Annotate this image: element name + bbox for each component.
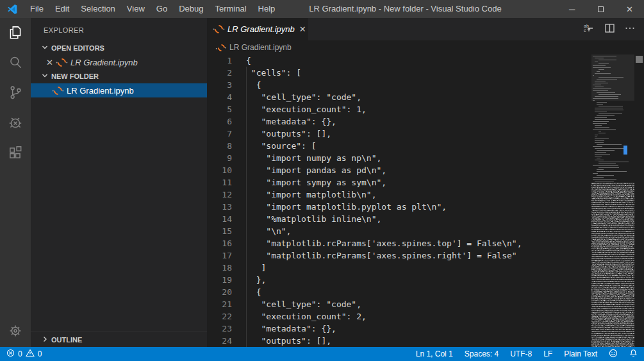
code-line[interactable]: 11 "import sympy as sym\n", [207,176,591,189]
code-line-text[interactable]: "metadata": {}, [241,115,591,128]
cursor-position[interactable]: Ln 1, Col 1 [416,349,453,358]
code-line[interactable]: 17 "matplotlib.rcParams['axes.spines.rig… [207,249,591,262]
code-line[interactable]: 18 ] [207,262,591,274]
tab-close-icon[interactable]: ✕ [299,25,306,33]
code-line-text[interactable]: "matplotlib.rcParams['axes.spines.top'] … [241,237,591,249]
code-line-text[interactable]: { [241,55,591,67]
code-line-text[interactable]: "%matplotlib inline\n", [241,213,591,225]
code-line-text[interactable]: "outputs": [], [241,128,591,140]
sidebar-item-extensions[interactable] [0,139,31,169]
code-line-text[interactable]: "import numpy as np\n", [241,152,591,164]
code-line[interactable]: 23 "metadata": {}, [207,323,591,335]
open-editor-item[interactable]: ✕ LR Gradient.ipynb [31,55,207,69]
code-line[interactable]: 4 "cell_type": "code", [207,91,591,103]
settings-button[interactable] [0,317,31,347]
code-line-text[interactable]: "matplotlib.rcParams['axes.spines.right'… [241,249,591,262]
code-line-text[interactable]: { [241,79,591,91]
code-line[interactable]: 16 "matplotlib.rcParams['axes.spines.top… [207,237,591,249]
outline-label: OUTLINE [51,336,82,344]
encoding-setting[interactable]: UTF-8 [510,349,532,358]
line-number: 15 [207,225,241,237]
code-line[interactable]: 14 "%matplotlib inline\n", [207,213,591,225]
code-line[interactable]: 6 "metadata": {}, [207,115,591,128]
code-line-text[interactable]: "metadata": {}, [241,323,591,335]
split-editor-icon[interactable] [605,24,615,35]
sidebar-item-source-control[interactable] [0,78,31,108]
sidebar-item-search[interactable] [0,48,31,78]
minimize-button[interactable]: ─ [557,0,586,18]
sidebar-item-debug[interactable] [0,108,31,139]
menu-item[interactable]: Terminal [209,0,252,18]
section-open-editors[interactable]: OPEN EDITORS [31,41,207,55]
menu-item[interactable]: File [24,0,49,18]
code-line[interactable]: 12 "import matplotlib\n", [207,189,591,201]
line-number: 11 [207,176,241,189]
code-line-text[interactable]: "execution_count": 2, [241,310,591,323]
menu-item[interactable]: Edit [49,0,75,18]
section-folder[interactable]: NEW FOLDER [31,69,207,83]
code-line[interactable]: 15 "\n", [207,225,591,237]
close-button[interactable]: ✕ [615,0,644,18]
problems-indicator[interactable]: 0 0 [6,349,42,359]
language-mode[interactable]: Plain Text [564,349,597,358]
code-line-text[interactable]: "execution_count": 1, [241,103,591,115]
jupyter-notebook-icon [213,23,224,35]
code-line-text[interactable]: "cell_type": "code", [241,298,591,310]
code-line[interactable]: 3 { [207,79,591,91]
code-line-text[interactable]: "import matplotlib\n", [241,189,591,201]
notifications-bell-icon[interactable] [629,349,638,360]
code-line-text[interactable]: { [241,286,591,298]
code-line-text[interactable]: ] [241,262,591,274]
menu-item[interactable]: View [121,0,151,18]
code-line-text[interactable]: "import matplotlib.pyplot as plt\n", [241,201,591,213]
code-editor[interactable]: 1 { 2 "cells": [ 3 { 4 [207,55,644,347]
code-line[interactable]: 21 "cell_type": "code", [207,298,591,310]
menu-item[interactable]: Debug [173,0,209,18]
code-line[interactable]: 13 "import matplotlib.pyplot as plt\n", [207,201,591,213]
activity-bar [0,18,31,347]
breadcrumb[interactable]: LR Gradient.ipynb [207,40,644,55]
editor-area: LR Gradient.ipynb ✕ ab c [207,18,644,347]
minimap[interactable] [591,55,634,347]
line-number: 9 [207,152,241,164]
tab-label: LR Gradient.ipynb [227,24,295,34]
code-line[interactable]: 2 "cells": [ [207,67,591,79]
code-line[interactable]: 19 }, [207,274,591,286]
scrollbar-thumb[interactable] [636,56,643,63]
code-line[interactable]: 7 "outputs": [], [207,128,591,140]
code-line[interactable]: 22 "execution_count": 2, [207,310,591,323]
menu-item[interactable]: Selection [75,0,120,18]
minimap-slider[interactable] [591,55,634,101]
line-number: 2 [207,67,241,79]
section-outline[interactable]: OUTLINE [31,332,207,347]
code-line-text[interactable]: "import pandas as pd\n", [241,164,591,176]
file-item-selected[interactable]: LR Gradient.ipynb [31,83,207,97]
code-line-text[interactable]: "cells": [ [241,67,591,79]
code-line[interactable]: 20 { [207,286,591,298]
tab-lr-gradient[interactable]: LR Gradient.ipynb ✕ [207,18,308,40]
code-line-text[interactable]: "cell_type": "code", [241,91,591,103]
section-label: OPEN EDITORS [51,44,104,52]
close-icon[interactable]: ✕ [46,58,53,67]
code-line-text[interactable]: "\n", [241,225,591,237]
more-actions-icon[interactable] [625,24,635,35]
indentation-setting[interactable]: Spaces: 4 [465,349,499,358]
line-number: 22 [207,310,241,323]
code-line[interactable]: 5 "execution_count": 1, [207,103,591,115]
code-line[interactable]: 24 "outputs": [], [207,335,591,347]
code-line-text[interactable]: }, [241,274,591,286]
code-line-text[interactable]: "source": [ [241,140,591,152]
vertical-scrollbar[interactable] [634,55,644,347]
maximize-button[interactable] [586,0,615,18]
menu-item[interactable]: Go [151,0,173,18]
word-wrap-icon[interactable]: ab c [583,23,595,36]
code-line[interactable]: 10 "import pandas as pd\n", [207,164,591,176]
code-line-text[interactable]: "import sympy as sym\n", [241,176,591,189]
eol-setting[interactable]: LF [543,349,552,358]
feedback-smiley-icon[interactable] [609,349,618,360]
sidebar-item-explorer[interactable] [0,18,31,48]
code-line-text[interactable]: "outputs": [], [241,335,591,347]
code-line[interactable]: 8 "source": [ [207,140,591,152]
code-line[interactable]: 1 { [207,55,591,67]
code-line[interactable]: 9 "import numpy as np\n", [207,152,591,164]
